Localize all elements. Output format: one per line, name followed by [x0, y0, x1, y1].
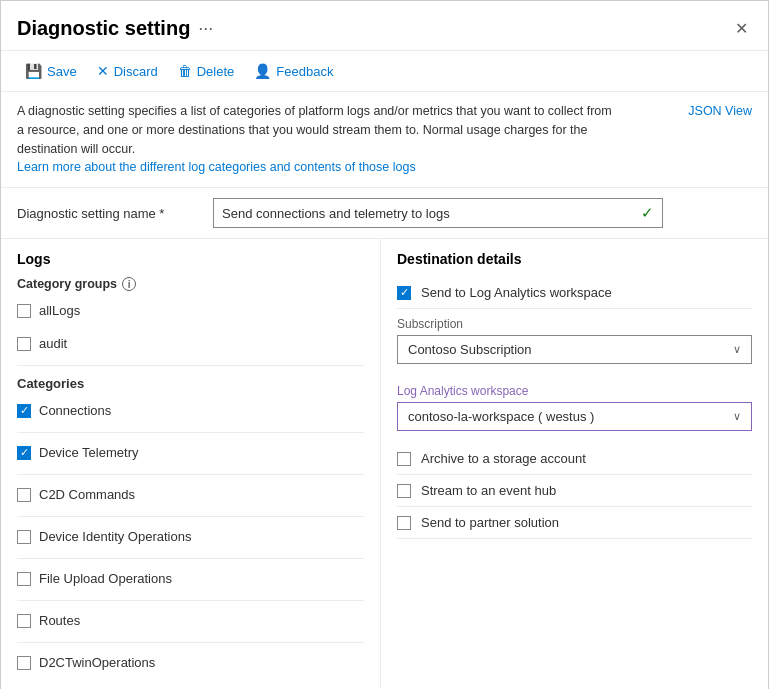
workspace-section: Log Analytics workspace contoso-la-works… — [397, 376, 752, 443]
c2d-commands-label[interactable]: C2D Commands — [39, 487, 135, 502]
partner-label[interactable]: Send to partner solution — [421, 515, 559, 530]
partner-row: Send to partner solution — [397, 507, 752, 539]
file-upload-checkbox[interactable] — [17, 572, 31, 586]
subscription-dropdown-arrow: ∨ — [733, 343, 741, 356]
subscription-label: Subscription — [397, 317, 752, 331]
allLogs-label[interactable]: allLogs — [39, 303, 80, 318]
destination-panel: Destination details Send to Log Analytic… — [381, 239, 768, 689]
close-button[interactable]: ✕ — [731, 15, 752, 42]
save-icon: 💾 — [25, 63, 42, 79]
discard-icon: ✕ — [97, 63, 109, 79]
device-telemetry-checkbox[interactable] — [17, 446, 31, 460]
storage-label[interactable]: Archive to a storage account — [421, 451, 586, 466]
d2c-twin-checkbox[interactable] — [17, 656, 31, 670]
toolbar: 💾 Save ✕ Discard 🗑 Delete 👤 Feedback — [1, 51, 768, 92]
categories-heading: Categories — [17, 376, 364, 391]
d2c-twin-label[interactable]: D2CTwinOperations — [39, 655, 155, 670]
checkbox-device-identity: Device Identity Operations — [17, 525, 364, 548]
save-button[interactable]: 💾 Save — [17, 59, 85, 83]
divider-routes — [17, 642, 364, 643]
feedback-label: Feedback — [276, 64, 333, 79]
info-text-block: A diagnostic setting specifies a list of… — [17, 102, 617, 177]
connections-checkbox[interactable] — [17, 404, 31, 418]
divider-device-identity — [17, 558, 364, 559]
more-options-dots[interactable]: ··· — [198, 18, 213, 39]
learn-more-link[interactable]: Learn more about the different log categ… — [17, 160, 416, 174]
name-field-label: Diagnostic setting name * — [17, 206, 197, 221]
feedback-icon: 👤 — [254, 63, 271, 79]
audit-label[interactable]: audit — [39, 336, 67, 351]
divider-device-telemetry — [17, 474, 364, 475]
partner-checkbox[interactable] — [397, 516, 411, 530]
title-left: Diagnostic setting ··· — [17, 17, 213, 40]
workspace-dropdown-arrow: ∨ — [733, 410, 741, 423]
subscription-value: Contoso Subscription — [408, 342, 532, 357]
divider-1 — [17, 365, 364, 366]
valid-check-icon: ✓ — [641, 204, 654, 222]
routes-checkbox[interactable] — [17, 614, 31, 628]
storage-checkbox[interactable] — [397, 452, 411, 466]
log-analytics-row: Send to Log Analytics workspace — [397, 277, 752, 309]
delete-label: Delete — [197, 64, 235, 79]
delete-icon: 🗑 — [178, 63, 192, 79]
name-input-value: Send connections and telemetry to logs — [222, 206, 450, 221]
checkbox-routes: Routes — [17, 609, 364, 632]
file-upload-label[interactable]: File Upload Operations — [39, 571, 172, 586]
storage-row: Archive to a storage account — [397, 443, 752, 475]
info-bar: A diagnostic setting specifies a list of… — [1, 92, 768, 188]
event-hub-checkbox[interactable] — [397, 484, 411, 498]
destination-section-title: Destination details — [397, 251, 752, 267]
title-bar: Diagnostic setting ··· ✕ — [1, 1, 768, 51]
category-groups-heading: Category groups i — [17, 277, 364, 291]
info-icon[interactable]: i — [122, 277, 136, 291]
delete-button[interactable]: 🗑 Delete — [170, 59, 243, 83]
workspace-value: contoso-la-workspace ( westus ) — [408, 409, 594, 424]
json-view-link[interactable]: JSON View — [688, 102, 752, 121]
routes-label[interactable]: Routes — [39, 613, 80, 628]
info-main-text: A diagnostic setting specifies a list of… — [17, 104, 612, 156]
discard-label: Discard — [114, 64, 158, 79]
checkbox-connections: Connections — [17, 399, 364, 422]
category-groups-label: Category groups — [17, 277, 117, 291]
workspace-dropdown[interactable]: contoso-la-workspace ( westus ) ∨ — [397, 402, 752, 431]
checkbox-c2d-commands: C2D Commands — [17, 483, 364, 506]
event-hub-label[interactable]: Stream to an event hub — [421, 483, 556, 498]
diagnostic-setting-dialog: Diagnostic setting ··· ✕ 💾 Save ✕ Discar… — [0, 0, 769, 689]
checkbox-file-upload: File Upload Operations — [17, 567, 364, 590]
logs-section-title: Logs — [17, 251, 364, 267]
dialog-title: Diagnostic setting — [17, 17, 190, 40]
checkbox-allLogs: allLogs — [17, 299, 364, 322]
log-analytics-checkbox[interactable] — [397, 286, 411, 300]
subscription-dropdown[interactable]: Contoso Subscription ∨ — [397, 335, 752, 364]
device-telemetry-label[interactable]: Device Telemetry — [39, 445, 138, 460]
logs-panel: Logs Category groups i allLogs audit Cat… — [1, 239, 381, 689]
discard-button[interactable]: ✕ Discard — [89, 59, 166, 83]
name-input-wrapper[interactable]: Send connections and telemetry to logs ✓ — [213, 198, 663, 228]
save-label: Save — [47, 64, 77, 79]
checkbox-d2c-twin: D2CTwinOperations — [17, 651, 364, 674]
allLogs-checkbox[interactable] — [17, 304, 31, 318]
checkbox-audit: audit — [17, 332, 364, 355]
divider-connections — [17, 432, 364, 433]
audit-checkbox[interactable] — [17, 337, 31, 351]
c2d-commands-checkbox[interactable] — [17, 488, 31, 502]
device-identity-label[interactable]: Device Identity Operations — [39, 529, 191, 544]
feedback-button[interactable]: 👤 Feedback — [246, 59, 341, 83]
name-row: Diagnostic setting name * Send connectio… — [1, 188, 768, 239]
checkbox-device-telemetry: Device Telemetry — [17, 441, 364, 464]
subscription-section: Subscription Contoso Subscription ∨ — [397, 309, 752, 376]
main-content: Logs Category groups i allLogs audit Cat… — [1, 239, 768, 689]
divider-c2d — [17, 516, 364, 517]
log-analytics-label[interactable]: Send to Log Analytics workspace — [421, 285, 612, 300]
device-identity-checkbox[interactable] — [17, 530, 31, 544]
connections-label[interactable]: Connections — [39, 403, 111, 418]
divider-file-upload — [17, 600, 364, 601]
workspace-label: Log Analytics workspace — [397, 384, 752, 398]
event-hub-row: Stream to an event hub — [397, 475, 752, 507]
